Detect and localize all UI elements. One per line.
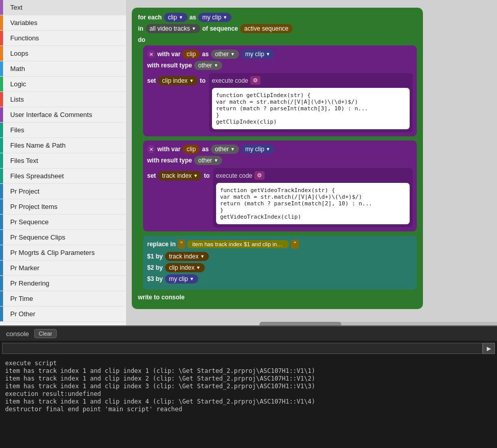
sidebar-item-label: Math (10, 65, 25, 73)
all-video-tracks-dropdown[interactable]: all video tracks ▼ (146, 24, 200, 33)
sidebar-item-files-spreadsheet[interactable]: Files Spreadsheet (0, 169, 126, 184)
chevron-down-icon3: ▼ (192, 26, 196, 31)
console-run-button[interactable]: ▶ (483, 343, 495, 354)
for-each-label: for each (138, 14, 162, 21)
sidebar-item-pr-project[interactable]: Pr Project (0, 184, 126, 199)
other-dropdown2[interactable]: other ▼ (211, 145, 239, 154)
execute-code-row1: execute code ⚙ (212, 76, 410, 85)
console-line-1: item has track index 1 and clip index 1 … (5, 367, 492, 374)
gear-button2[interactable]: ⚙ (254, 171, 265, 180)
sidebar-item-label: Text (10, 4, 22, 11)
for-each-row: for each clip ▼ as my clip ▼ (138, 13, 417, 22)
sidebar-item-pr-sequence[interactable]: Pr Sequence (0, 215, 126, 230)
my-clip-by-pill[interactable]: my clip ▼ (165, 274, 198, 284)
sidebar-item-pr-marker[interactable]: Pr Marker (0, 261, 126, 276)
horizontal-scrollbar[interactable] (259, 322, 497, 325)
console-line-3: item has track index 1 and clip index 3 … (5, 383, 492, 390)
code-box2[interactable]: function getVideoTrackIndex(str) { var m… (216, 183, 410, 224)
as-label: as (190, 14, 196, 21)
sidebar-item-pr-mogrts[interactable]: Pr Mogrts & Clip Parameters (0, 245, 126, 261)
sidebar-item-label: Functions (10, 34, 39, 42)
code-line3: return (match ? parseInt(match[3], 10) :… (216, 105, 406, 112)
sidebar-item-files-name-path[interactable]: Files Name & Path (0, 138, 126, 153)
in-label: in (138, 25, 144, 32)
execute-code-block2: execute code ⚙ function getVideoTrackInd… (213, 168, 413, 227)
x-btn2[interactable]: ✕ (147, 145, 155, 153)
other-result-dropdown2[interactable]: other ▼ (194, 156, 222, 165)
console-clear-button[interactable]: Clear (34, 329, 57, 338)
my-clip-pill2[interactable]: my clip ▼ (241, 145, 274, 154)
track-index-purple-block: ✕ with var clip as other ▼ my clip ▼ (143, 140, 417, 231)
sidebar-item-label: Pr Rendering (10, 279, 50, 287)
sidebar-item-lists[interactable]: Lists (0, 92, 126, 107)
execute-code-row2: execute code ⚙ (216, 171, 410, 180)
dollar3-row: $3 by my clip ▼ (147, 274, 413, 284)
code-box1[interactable]: function getClipIndex(str) { var match =… (212, 88, 410, 129)
with-var-label1: with var (157, 51, 180, 58)
sidebar-item-label: Pr Project Items (10, 203, 57, 210)
clip-pill1: clip (182, 50, 200, 59)
execute-code-block1: execute code ⚙ function getClipIndex(str… (209, 73, 413, 132)
sidebar-item-variables[interactable]: Variables (0, 15, 126, 31)
sidebar-item-pr-time[interactable]: Pr Time (0, 291, 126, 306)
to-label2: to (204, 172, 209, 179)
sidebar-item-label: Pr Time (10, 295, 33, 302)
console-tab-bar: console Clear (0, 326, 497, 341)
console-area: console Clear ▶ execute script item has … (0, 325, 497, 448)
set-execute-row1: set clip index ▼ to execute code ⚙ (147, 73, 413, 132)
replace-in-row: replace in " item has track index $1 and… (147, 240, 413, 249)
dollar2-label: $2 by (147, 264, 163, 271)
track-index-dropdown[interactable]: track index ▼ (158, 171, 202, 180)
scrollbar-thumb[interactable] (259, 322, 341, 325)
gear-button1[interactable]: ⚙ (250, 76, 261, 85)
x-btn1[interactable]: ✕ (147, 50, 155, 58)
active-sequence-dropdown[interactable]: active sequence (240, 24, 293, 33)
console-tab-label: console (6, 330, 29, 338)
other-dropdown1[interactable]: other ▼ (211, 50, 239, 59)
sidebar-item-label: Files Name & Path (10, 142, 65, 149)
my-clip-pill1[interactable]: my clip ▼ (241, 50, 274, 59)
clip-index-by-pill[interactable]: clip index ▼ (165, 263, 205, 272)
sidebar-item-text[interactable]: Text (0, 0, 126, 15)
with-var-row1: ✕ with var clip as other ▼ my clip ▼ (147, 50, 413, 59)
execute-code-label2: execute code (216, 172, 252, 179)
close-quote: " (291, 240, 298, 249)
sidebar-item-pr-other[interactable]: Pr Other (0, 306, 126, 322)
sidebar-item-functions[interactable]: Functions (0, 31, 126, 46)
as-label3: as (202, 146, 208, 153)
replace-string-pill: item has track index $1 and clip index $… (187, 240, 289, 248)
sidebar-item-loops[interactable]: Loops (0, 46, 126, 61)
write-to-console-row: write to console (138, 294, 417, 301)
sidebar-item-label: Files Text (10, 157, 38, 164)
console-input[interactable] (2, 343, 483, 354)
clip-index-dropdown[interactable]: clip index ▼ (158, 76, 198, 85)
sidebar-item-pr-sequence-clips[interactable]: Pr Sequence Clips (0, 230, 126, 245)
sidebar-item-math[interactable]: Math (0, 61, 126, 77)
sidebar-item-label: User Interface & Comments (10, 111, 92, 119)
with-result-label2: with result type (147, 157, 192, 164)
sidebar-item-logic[interactable]: Logic (0, 77, 126, 92)
sidebar-item-label: Variables (10, 19, 37, 27)
to-label1: to (200, 77, 205, 84)
sidebar-item-pr-rendering[interactable]: Pr Rendering (0, 276, 126, 291)
sidebar-item-ui-comments[interactable]: User Interface & Comments (0, 107, 126, 123)
clip-dropdown[interactable]: clip ▼ (164, 13, 187, 22)
console-line-6: destructor final end point 'main script'… (5, 406, 492, 413)
replace-block: replace in " item has track index $1 and… (143, 235, 417, 290)
sidebar-item-pr-project-items[interactable]: Pr Project Items (0, 199, 126, 215)
for-each-block: for each clip ▼ as my clip ▼ in all v (132, 8, 423, 309)
canvas-area: for each clip ▼ as my clip ▼ in all v (127, 0, 497, 325)
canvas-inner: for each clip ▼ as my clip ▼ in all v (127, 0, 497, 325)
sidebar-item-files-text[interactable]: Files Text (0, 153, 126, 169)
with-var-label2: with var (157, 146, 180, 153)
set-label1: set (147, 77, 156, 84)
dollar2-row: $2 by clip index ▼ (147, 263, 413, 272)
track-index-by-pill[interactable]: track index ▼ (165, 252, 209, 261)
other-result-dropdown1[interactable]: other ▼ (194, 61, 222, 70)
sidebar-item-files[interactable]: Files (0, 123, 126, 138)
my-clip-dropdown[interactable]: my clip ▼ (198, 13, 231, 22)
sidebar-item-label: Pr Marker (10, 264, 39, 272)
console-line-2: item has track index 1 and clip index 2 … (5, 375, 492, 382)
as-label2: as (202, 51, 208, 58)
with-result-label1: with result type (147, 62, 192, 69)
